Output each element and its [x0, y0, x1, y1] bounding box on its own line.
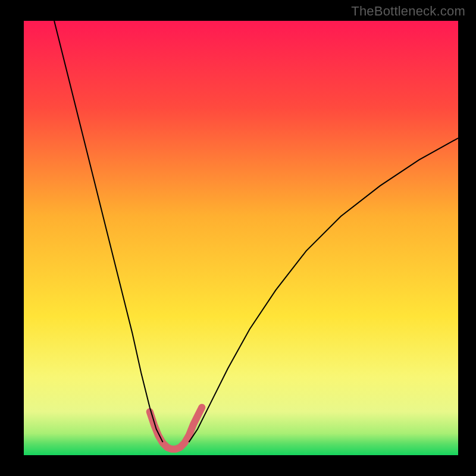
plot-area — [24, 21, 458, 455]
right-arm — [189, 138, 458, 442]
chart-frame: TheBottleneck.com — [0, 0, 476, 476]
left-arm — [54, 21, 163, 442]
watermark-text: TheBottleneck.com — [351, 4, 465, 19]
curve-layer — [24, 21, 458, 455]
trough-highlight — [150, 408, 202, 449]
